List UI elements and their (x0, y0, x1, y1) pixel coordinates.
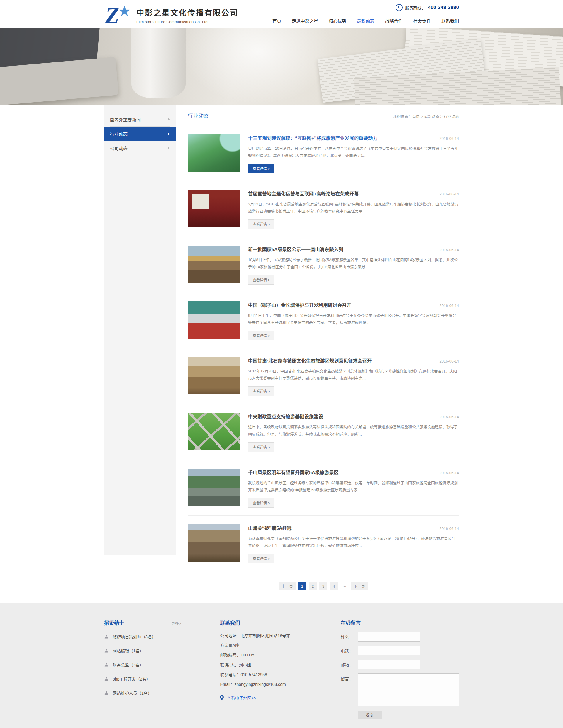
nav-item[interactable]: 战略合作 (385, 18, 403, 24)
name-field[interactable] (358, 632, 420, 642)
view-details-button[interactable]: 查看详情 > (248, 275, 274, 285)
sidebar-item-label: 行业动态 (110, 131, 127, 137)
news-thumbnail[interactable] (188, 134, 240, 172)
news-body: 十三五规划建议解读：“互联网+”将成旅游产业发展的重要动力 2016-06-14… (248, 134, 459, 173)
email-label: 邮箱： (341, 660, 358, 669)
news-body: 中国（碾子山）金长城保护与开发利用研讨会召开 2016-06-14 9月11日上… (248, 301, 459, 340)
news-list: 十三五规划建议解读：“互联网+”将成旅游产业发展的重要动力 2016-06-14… (188, 125, 459, 571)
job-list-item[interactable]: 旅游项目策划师（3名） (104, 630, 181, 644)
light-glow (182, 28, 334, 105)
nav-item[interactable]: 联系我们 (441, 18, 459, 24)
nav-item[interactable]: 走进中影之星 (292, 18, 318, 24)
news-thumbnail[interactable] (188, 301, 240, 339)
news-thumbnail[interactable] (188, 357, 240, 394)
news-thumbnail[interactable] (188, 524, 240, 562)
job-list-item[interactable]: 财务总监（3名） (104, 658, 181, 672)
job-list-item[interactable]: 网站编辑（1名） (104, 644, 181, 658)
news-title-link[interactable]: 新一批国家5A级景区公示——唐山清东陵入列 (248, 246, 343, 253)
hotline-label: 服务热线： (405, 5, 426, 11)
news-title-link[interactable]: 中国（碾子山）金长城保护与开发利用研讨会召开 (248, 301, 351, 308)
news-excerpt: 近年来，各级政府认真贯彻落实旅游法等法律法规和国务院的有关部署，统筹推进旅游基础… (248, 423, 459, 438)
news-body: 千山风景区明年有望晋升国家5A级旅游景区 2016-06-14 我院规划的千山风… (248, 469, 459, 508)
site-header: Z 中影之星文化传播有限公司 Film star Culture Communi… (0, 0, 563, 28)
pagination-item[interactable]: 2 (309, 582, 317, 590)
contact-line: 方瑞景A座 (220, 641, 308, 650)
breadcrumb-news[interactable]: 最新动态 (424, 114, 439, 119)
message-form: 姓名： 电话： 邮箱： 留言： 提交 (341, 632, 459, 719)
pagination-item[interactable]: 1 (298, 582, 306, 590)
news-date: 2016-06-14 (440, 526, 459, 531)
pagination-item[interactable]: 下一页 (351, 582, 368, 590)
footer-message-column: 在线留言 姓名： 电话： 邮箱： 留言： (341, 619, 459, 719)
news-thumbnail[interactable] (188, 469, 240, 506)
jobs-more-link[interactable]: 更多> (171, 620, 181, 626)
news-title-link[interactable]: 首届露营地主题化运营与互联网+高峰论坛在荣成开幕 (248, 190, 359, 197)
job-label: 网站维护人员（1名） (113, 690, 152, 696)
news-excerpt: 2014年12月30日，中国甘肃·北石窟寺镇原文化生态旅游区《总体规划》和《核心… (248, 368, 459, 382)
company-name-cn: 中影之星文化传播有限公司 (136, 7, 238, 18)
pagination-item[interactable]: 上一页 (279, 582, 296, 590)
contact-title: 联系我们 (220, 619, 308, 626)
news-title-row: 山海关“被”摘5A桂冠 2016-06-14 (248, 524, 459, 531)
phone-icon (396, 4, 403, 11)
view-details-button[interactable]: 查看详情 > (248, 164, 274, 173)
sidebar-menu-item[interactable]: 行业动态 (104, 127, 176, 141)
contact-line: 联 系 人：刘小姐 (220, 660, 308, 670)
news-item: 千山风景区明年有望晋升国家5A级旅游景区 2016-06-14 我院规划的千山风… (188, 460, 459, 516)
footer-contact-column: 联系我们 公司地址：北京市朝阳区建国路16号东 方瑞景A座 邮政编码：10000… (220, 619, 308, 719)
pagination-item[interactable]: 4 (330, 582, 338, 590)
map-link[interactable]: 查看电子地图>> (220, 695, 308, 701)
breadcrumb-home[interactable]: 首页 (412, 114, 420, 119)
news-item: 新一批国家5A级景区公示——唐山清东陵入列 2016-06-14 10月8日上午… (188, 237, 459, 292)
contact-line: Email：zhongyingzhixing@163.com (220, 680, 308, 689)
news-title-row: 首届露营地主题化运营与互联网+高峰论坛在荣成开幕 2016-06-14 (248, 190, 459, 197)
location-pin-icon (220, 695, 224, 700)
news-title-link[interactable]: 中国甘肃·北石窟寺镇原文化生态旅游区规划意见征求会召开 (248, 357, 372, 364)
content-section: 最新动态 Company news 国内外重要新闻 行业动态 公司动态 行业动态… (0, 105, 563, 603)
breadcrumb-prefix: 我的位置： (393, 114, 412, 119)
news-title-link[interactable]: 千山风景区明年有望晋升国家5A级旅游景区 (248, 469, 339, 476)
nav-item[interactable]: 社会责任 (413, 18, 431, 24)
pagination-item[interactable]: 3 (319, 582, 327, 590)
jobs-title: 招贤纳士 (104, 619, 124, 626)
contact-line: 公司地址：北京市朝阳区建国路16号东 (220, 631, 308, 641)
sidebar-menu-item[interactable]: 公司动态 (110, 141, 170, 155)
news-thumbnail[interactable] (188, 246, 240, 283)
nav-item[interactable]: 核心优势 (329, 18, 346, 24)
nav-item[interactable]: 首页 (272, 18, 281, 24)
sidebar-menu-item[interactable]: 国内外重要新闻 (110, 112, 170, 127)
job-list-item[interactable]: 网站维护人员（1名） (104, 686, 181, 700)
news-date: 2016-06-14 (440, 359, 459, 363)
header-right: 服务热线： 400-348-3980 首页 走进中影之星 核心优势 最新动态 战… (272, 0, 459, 28)
news-title-link[interactable]: 中央财政重点支持旅游基础设施建设 (248, 413, 323, 420)
view-details-button[interactable]: 查看详情 > (248, 498, 274, 508)
breadcrumb-sep: > (420, 114, 424, 119)
news-title-link[interactable]: 山海关“被”摘5A桂冠 (248, 524, 292, 531)
news-title-row: 中国甘肃·北石窟寺镇原文化生态旅游区规划意见征求会召开 2016-06-14 (248, 357, 459, 364)
email-field[interactable] (358, 660, 420, 669)
news-item: 十三五规划建议解读：“互联网+”将成旅游产业发展的重要动力 2016-06-14… (188, 125, 459, 181)
logo-text: 中影之星文化传播有限公司 Film star Culture Communica… (136, 7, 238, 24)
view-details-button[interactable]: 查看详情 > (248, 442, 274, 452)
phone-field[interactable] (358, 646, 420, 655)
news-title-link[interactable]: 十三五规划建议解读：“互联网+”将成旅游产业发展的重要动力 (248, 134, 377, 141)
submit-button[interactable]: 提交 (358, 711, 382, 719)
job-label: 旅游项目策划师（3名） (113, 634, 156, 639)
logo[interactable]: Z 中影之星文化传播有限公司 Film star Culture Communi… (104, 0, 238, 28)
job-list-item[interactable]: php工程开发（2名） (104, 672, 181, 686)
nav-item[interactable]: 最新动态 (357, 18, 375, 24)
pagination-item[interactable]: ··· (341, 582, 348, 590)
view-details-button[interactable]: 查看详情 > (248, 331, 274, 340)
cup-shape (131, 28, 186, 98)
news-thumbnail[interactable] (188, 190, 240, 227)
view-details-button[interactable]: 查看详情 > (248, 554, 274, 563)
job-list: 旅游项目策划师（3名） 网站编辑（1名） 财务总监（3名） php工程开发（2名… (104, 630, 181, 700)
news-date: 2016-06-14 (440, 303, 459, 308)
message-field[interactable] (358, 673, 459, 706)
view-details-button[interactable]: 查看详情 > (248, 386, 274, 396)
contact-line: 联系电话：010-57412958 (220, 670, 308, 680)
news-item: 山海关“被”摘5A桂冠 2016-06-14 为认真贯彻落实《国务院办公厅关于进… (188, 516, 459, 571)
news-thumbnail[interactable] (188, 413, 240, 450)
view-details-button[interactable]: 查看详情 > (248, 219, 274, 229)
job-label: 网站编辑（1名） (113, 648, 144, 654)
